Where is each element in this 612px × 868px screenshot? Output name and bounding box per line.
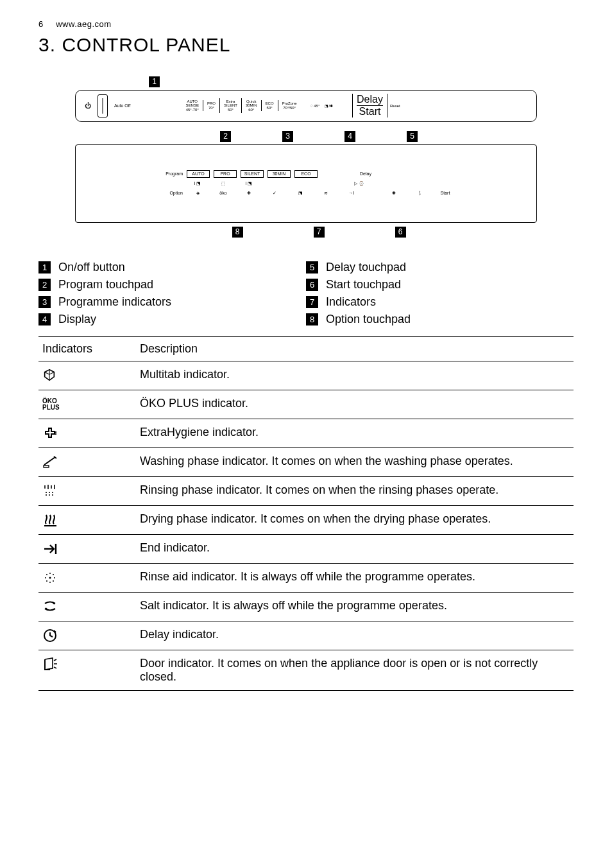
- callout-6: 6: [395, 227, 406, 238]
- svg-rect-2: [44, 465, 49, 467]
- indicator-desc-cell: Rinse aid indicator. It is always off wh…: [136, 563, 574, 592]
- legend-item: 1On/off button: [38, 261, 306, 274]
- svg-point-17: [54, 577, 55, 578]
- detail-delay: Delay: [355, 171, 377, 177]
- detail-30min: 30MIN: [268, 170, 291, 178]
- legend-text: On/off button: [58, 261, 125, 274]
- opt-icon-5: ⬔: [289, 190, 311, 196]
- indicator-icon-cell: ÖKOPLUS: [38, 390, 136, 419]
- indicator-icon-cell: [38, 505, 136, 534]
- table-row: Salt indicator. It is always off while t…: [38, 592, 574, 621]
- detail-disp-2: ⬚: [212, 180, 234, 187]
- legend-callout: 6: [306, 279, 318, 291]
- program-cell: ProZone70°/50°: [278, 100, 301, 111]
- callout-7: 7: [314, 227, 325, 238]
- indicator-desc-cell: Multitab indicator.: [136, 361, 574, 390]
- heading-number: 3.: [38, 34, 56, 55]
- power-icon: ⏻: [85, 102, 91, 109]
- svg-point-21: [53, 580, 54, 582]
- callout-8: 8: [232, 227, 243, 238]
- callout-5: 5: [407, 131, 418, 142]
- dry-phase-icon: [42, 512, 59, 528]
- detail-auto: AUTO: [187, 170, 210, 178]
- indicator-icon-cell: [38, 419, 136, 447]
- indicator-icon-cell: [38, 361, 136, 390]
- indicators-table: Indicators Description Multitab indicato…: [38, 336, 574, 691]
- table-row: End indicator.: [38, 534, 574, 563]
- indicator-desc-cell: Delay indicator.: [136, 621, 574, 650]
- glass-45-label: ♢ 45°: [310, 103, 320, 108]
- indicator-desc-cell: End indicator.: [136, 534, 574, 563]
- indicator-desc-cell: ExtraHygiene indicator.: [136, 419, 574, 447]
- reset-label: Reset: [390, 104, 400, 108]
- legend-text: Delay touchpad: [326, 261, 406, 274]
- indicator-desc-cell: Salt indicator. It is always off while t…: [136, 592, 574, 621]
- indicator-icon-cell: [38, 447, 136, 476]
- legend-text: Display: [58, 313, 96, 326]
- program-row-label: Program: [156, 171, 183, 177]
- delay-icon: [42, 628, 58, 643]
- legend-callout: 4: [38, 313, 51, 326]
- indicator-desc-cell: Rinsing phase indicator. It comes on whe…: [136, 476, 574, 505]
- legend-callout: 2: [38, 279, 51, 291]
- program-cell: ECO50°: [261, 100, 278, 111]
- page-number: 6: [38, 19, 43, 29]
- legend-callout: 5: [306, 261, 318, 273]
- legend-text: Start touchpad: [326, 278, 401, 291]
- svg-point-15: [49, 582, 51, 583]
- panel-detail-diagram: Program AUTO PRO SILENT 30MIN ECO Delay …: [75, 144, 537, 223]
- th-indicators: Indicators: [38, 336, 136, 361]
- panel-outline: ⏻ Auto Off AUTOSENSE45°-70°PRO70°ExtraSI…: [75, 90, 537, 122]
- legend-item: 6Start touchpad: [306, 278, 574, 291]
- indicator-icon-cell: [38, 476, 136, 505]
- legend-callout: 1: [38, 261, 51, 273]
- legend-callout: 7: [306, 296, 318, 308]
- table-row: Rinse aid indicator. It is always off wh…: [38, 563, 574, 592]
- rinse-aid-icon: [42, 570, 58, 586]
- indicator-icon-cell: [38, 592, 136, 621]
- indicator-desc-cell: Drying phase indicator. It comes on when…: [136, 505, 574, 534]
- heading-text: CONTROL PANEL: [62, 34, 230, 55]
- callout-1: 1: [149, 76, 160, 87]
- legend-text: Program touchpad: [58, 278, 153, 291]
- rinse-hold-icon: ⬔/✱: [325, 103, 333, 108]
- detail-pro: PRO: [214, 170, 237, 178]
- detail-disp-3: I ⬔: [238, 180, 260, 187]
- table-row: Door indicator. It comes on when the app…: [38, 650, 574, 690]
- rinse-phase-icon: [42, 483, 59, 499]
- indicator-desc-cell: Door indicator. It comes on when the app…: [136, 650, 574, 690]
- opt-icon-3: ✚: [238, 190, 260, 196]
- legend-text: Programme indicators: [58, 295, 171, 309]
- table-row: ExtraHygiene indicator.: [38, 419, 574, 447]
- detail-disp-1: I ⬔: [187, 180, 208, 187]
- callout-2: 2: [220, 131, 231, 142]
- auto-off-label: Auto Off: [114, 103, 131, 108]
- table-row: Washing phase indicator. It comes on whe…: [38, 447, 574, 476]
- power-button-slot: [98, 94, 108, 117]
- program-cell: PRO70°: [203, 100, 219, 111]
- legend-callout: 8: [306, 313, 318, 326]
- option-row-label: Option: [156, 191, 183, 196]
- opt-icon-8: ✺: [383, 190, 405, 196]
- table-row: Delay indicator.: [38, 621, 574, 650]
- delay-label: Delay: [357, 94, 383, 105]
- legend-item: 8Option touchpad: [306, 313, 574, 326]
- table-row: Multitab indicator.: [38, 361, 574, 390]
- indicator-icon-cell: [38, 621, 136, 650]
- program-cell: ExtraSILENT50°: [219, 98, 241, 114]
- detail-clock-icon: ▷ ⌚: [348, 180, 370, 187]
- legend-item: 5Delay touchpad: [306, 261, 574, 274]
- legend: 1On/off button2Program touchpad3Programm…: [38, 257, 574, 330]
- legend-item: 2Program touchpad: [38, 278, 306, 291]
- indicator-desc-cell: ÖKO PLUS indicator.: [136, 390, 574, 419]
- table-row: Rinsing phase indicator. It comes on whe…: [38, 476, 574, 505]
- header-url: www.aeg.com: [56, 19, 111, 29]
- svg-point-13: [49, 577, 51, 578]
- legend-item: 3Programme indicators: [38, 295, 306, 309]
- hygiene-icon: [42, 426, 58, 441]
- indicator-icon-cell: [38, 534, 136, 563]
- panel-overview-diagram: 1 ⏻ Auto Off AUTOSENSE45°-70°PRO70°Extra…: [75, 75, 537, 238]
- opt-icon-9: ⟆: [409, 190, 430, 196]
- program-cell: Quick30MIN60°: [241, 98, 261, 114]
- salt-icon: [42, 599, 58, 614]
